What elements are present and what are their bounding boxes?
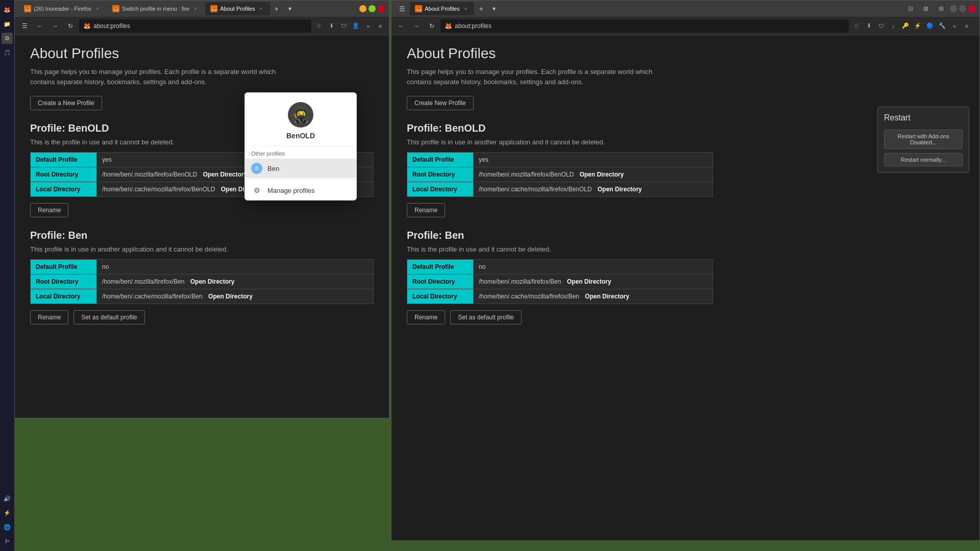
download-icon-2[interactable]: ⬇ <box>863 20 874 32</box>
open-dir-root-benold-1[interactable]: Open Directory <box>203 171 247 178</box>
create-new-profile-btn-2[interactable]: Create New Profile <box>407 96 474 110</box>
shield-icon-2[interactable]: 🛡 <box>875 20 887 32</box>
open-dir-local-ben-2[interactable]: Open Directory <box>585 293 629 300</box>
rename-btn-benold-1[interactable]: Rename <box>30 203 68 217</box>
power-icon-2[interactable]: ⚡ <box>912 20 923 32</box>
color-icon-2[interactable]: 🔵 <box>924 20 936 32</box>
profile-subtitle-ben-2: This is the profile in use and it cannot… <box>407 245 964 253</box>
tab-inoreader[interactable]: 🦊 (26) Inoreader - Firefox × <box>19 2 106 15</box>
forward-btn-1[interactable]: → <box>48 19 62 33</box>
reload-btn-2[interactable]: ↻ <box>425 19 438 33</box>
new-tab-btn-1[interactable]: + <box>271 3 282 14</box>
win-controls-1 <box>359 5 385 12</box>
open-dir-local-ben-1[interactable]: Open Directory <box>208 293 253 300</box>
close-btn-2[interactable] <box>968 5 975 12</box>
back-btn-2[interactable]: ← <box>395 19 408 33</box>
taskbar-icon-music[interactable]: 🎵 <box>2 47 13 58</box>
open-dir-root-ben-2[interactable]: Open Directory <box>567 278 611 285</box>
tab-label-profiles-1: About Profiles <box>220 6 255 12</box>
value-local-dir-ben-2: /home/ben/.cache/mozilla/firefox/Ben Ope… <box>474 289 713 304</box>
rename-btn-ben-2[interactable]: Rename <box>407 310 445 324</box>
restart-normally-btn[interactable]: Restart normally... <box>884 153 963 166</box>
bookmark-icon-2[interactable]: ☆ <box>851 20 862 32</box>
tab-switch-profile[interactable]: 🦊 Switch profile in menu : fire × <box>107 2 204 15</box>
menu-icon-2[interactable]: ≡ <box>961 20 972 32</box>
win-extra-icon-1[interactable]: ⊟ <box>904 2 917 15</box>
tabs-2: ☰ 🦊 About Profiles × + ▾ <box>396 2 901 15</box>
taskbar-icon-browser[interactable]: 🦊 <box>2 4 13 15</box>
tab-favicon-switch: 🦊 <box>112 5 119 12</box>
taskbar-icon-settings[interactable]: ⚙ <box>2 33 13 44</box>
bookmark-icon-1[interactable]: ☆ <box>313 20 325 32</box>
minimize-btn-1[interactable] <box>359 5 366 12</box>
tab-dropdown-2[interactable]: ▾ <box>487 2 501 15</box>
gear-icon: ⚙ <box>251 185 262 196</box>
label-default-profile-ben-1: Default Profile <box>31 260 97 274</box>
dropdown-manage-profiles[interactable]: ⚙ Manage profiles <box>245 181 356 200</box>
tab-close-switch[interactable]: × <box>192 5 199 12</box>
restart-addons-btn[interactable]: Restart with Add-ons Disabled... <box>884 130 963 149</box>
table-row: Default Profile yes <box>407 153 713 167</box>
set-default-btn-ben-1[interactable]: Set as default profile <box>74 310 144 324</box>
restart-panel: Restart Restart with Add-ons Disabled...… <box>877 107 969 173</box>
profile-subtitle-ben-1: This profile is in use in another applic… <box>30 245 374 253</box>
taskbar-icon-network[interactable]: 🌐 <box>2 521 13 533</box>
value-local-dir-benold-2: /home/ben/.cache/mozilla/firefox/BenOLD … <box>474 182 713 197</box>
taskbar-icon-volume[interactable]: 🔊 <box>2 493 13 504</box>
account-icon-2[interactable]: 🔑 <box>900 20 911 32</box>
tab-overflow-1[interactable]: ▾ <box>283 2 297 15</box>
label-root-dir-benold-1: Root Directory <box>31 167 97 182</box>
sidebar-toggle-tab-2[interactable]: ☰ <box>396 2 409 15</box>
address-favicon-2: 🦊 <box>445 22 452 30</box>
maximize-btn-1[interactable] <box>369 5 376 12</box>
profile-title-ben-1: Profile: Ben <box>30 230 374 241</box>
close-btn-1[interactable] <box>378 5 385 12</box>
rename-btn-benold-2[interactable]: Rename <box>407 203 445 217</box>
taskbar-icon-flag[interactable]: 🏳 <box>2 536 13 547</box>
taskbar-icon-bluetooth[interactable]: ⚡ <box>2 507 13 518</box>
taskbar-icon-files[interactable]: 📁 <box>2 18 13 30</box>
label-local-dir-ben-2: Local Directory <box>407 289 474 304</box>
profile-table-ben-2: Default Profile no Root Directory /home/… <box>407 259 713 304</box>
open-dir-root-ben-1[interactable]: Open Directory <box>190 278 235 285</box>
sidebar-toggle-1[interactable]: ☰ <box>18 19 31 33</box>
table-row: Local Directory /home/ben/.cache/mozilla… <box>31 289 374 304</box>
reload-btn-1[interactable]: ↻ <box>64 19 77 33</box>
set-default-btn-ben-2[interactable]: Set as default profile <box>450 310 521 324</box>
address-bar-2[interactable]: 🦊 about:profiles <box>440 19 849 33</box>
extension-icon-1[interactable]: » <box>362 20 374 32</box>
page-description-2: This page helps you to manage your profi… <box>407 67 662 87</box>
sync-icon-2[interactable]: ↕ <box>888 20 899 32</box>
win-extra-icon-2[interactable]: ⊠ <box>919 2 933 15</box>
tab-close-profiles-1[interactable]: × <box>258 5 265 12</box>
forward-btn-2[interactable]: → <box>410 19 423 33</box>
create-new-profile-btn-1[interactable]: Create a New Profile <box>30 96 102 110</box>
label-default-profile-benold-2: Default Profile <box>407 153 474 167</box>
download-icon-1[interactable]: ⬇ <box>326 20 337 32</box>
open-dir-local-benold-2[interactable]: Open Directory <box>598 186 642 193</box>
shield-icon-1[interactable]: 🛡 <box>338 20 349 32</box>
tab-close-inoreader[interactable]: × <box>94 5 101 12</box>
profile-actions-benold-1: Rename <box>30 203 374 217</box>
taskbar: 🦊 📁 ⚙ 🎵 🔊 ⚡ 🌐 🏳 <box>0 0 14 551</box>
open-dir-root-benold-2[interactable]: Open Directory <box>579 171 624 178</box>
rename-btn-ben-1[interactable]: Rename <box>30 310 68 324</box>
tab-about-profiles-1[interactable]: 🦊 About Profiles × <box>205 2 270 15</box>
dropdown-profile-ben[interactable]: B Ben <box>245 159 356 178</box>
win-extra-icon-3[interactable]: ⊞ <box>935 2 948 15</box>
tab-about-profiles-2[interactable]: 🦊 About Profiles × <box>410 2 474 15</box>
profile-actions-ben-2: Rename Set as default profile <box>407 310 964 324</box>
new-tab-btn-2[interactable]: + <box>475 3 486 14</box>
maximize-btn-2[interactable] <box>959 5 966 12</box>
address-bar-1[interactable]: 🦊 about:profiles <box>79 19 311 33</box>
extra-icon-1[interactable]: » <box>949 20 960 32</box>
menu-icon-1[interactable]: ≡ <box>375 20 386 32</box>
label-local-dir-benold-2: Local Directory <box>407 182 474 197</box>
tool-icon-2[interactable]: 🔧 <box>937 20 948 32</box>
back-btn-1[interactable]: ← <box>33 19 46 33</box>
minimize-btn-2[interactable] <box>950 5 957 12</box>
account-icon-1[interactable]: 👤 <box>350 20 361 32</box>
address-url-1: about:profiles <box>93 22 130 30</box>
table-row: Default Profile no <box>31 260 374 274</box>
tab-close-profiles-2[interactable]: × <box>462 5 469 12</box>
